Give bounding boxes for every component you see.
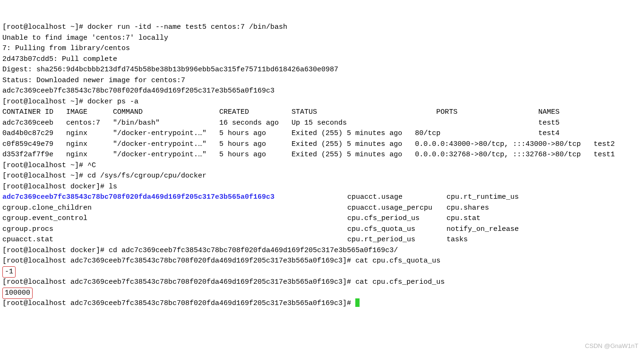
ls-directory-link: adc7c369ceeb7fc38543c78bc708f020fda469d1… (2, 192, 347, 203)
ls-file: cgroup.event_control (2, 213, 347, 224)
ls-file: cpu.rt_period_us (347, 235, 447, 246)
ls-file: cpu.cfs_quota_us (347, 224, 447, 235)
output-pull-from: 7: Pulling from library/centos (2, 44, 130, 52)
ls-output: adc7c369ceeb7fc38543c78bc708f020fda469d1… (2, 192, 519, 246)
command-ctrl-c: ^C (87, 161, 96, 170)
command-cd-cgroup: cd /sys/fs/cgroup/cpu/docker (87, 172, 206, 180)
cursor-icon[interactable] (355, 298, 360, 307)
ps-row: d353f2af7f9e nginx "/docker-entrypoint.…… (2, 151, 615, 159)
prompt: [root@localhost adc7c369ceeb7fc38543c78b… (2, 299, 355, 307)
ls-file: cpuacct.usage (347, 192, 447, 203)
prompt: [root@localhost docker]# (2, 246, 109, 254)
ls-file: tasks (447, 235, 468, 246)
command-cd-container: cd adc7c369ceeb7fc38543c78bc708f020fda46… (109, 246, 398, 254)
ls-file: cpu.shares (447, 203, 489, 214)
highlighted-value-period: 100000 (2, 288, 33, 299)
prompt: [root@localhost ~]# (2, 172, 87, 180)
prompt: [root@localhost ~]# (2, 98, 87, 106)
command-docker-run: docker run -itd --name test5 centos:7 /b… (87, 23, 287, 31)
prompt: [root@localhost ~]# (2, 161, 87, 170)
ls-file: cgroup.clone_children (2, 203, 347, 214)
command-docker-ps: docker ps -a (87, 98, 138, 106)
ps-header: CONTAINER ID IMAGE COMMAND CREATED STATU… (2, 108, 559, 116)
ls-file: cpu.cfs_period_us (347, 213, 447, 224)
prompt: [root@localhost ~]# (2, 23, 87, 31)
command-cat-period: cat cpu.cfs_period_us (355, 278, 445, 286)
terminal-output[interactable]: [root@localhost ~]# docker run -itd --na… (2, 22, 642, 309)
ls-file: notify_on_release (447, 224, 519, 235)
command-cat-quota: cat cpu.cfs_quota_us (355, 257, 440, 265)
prompt: [root@localhost docker]# (2, 183, 109, 191)
ls-file: cpu.rt_runtime_us (447, 192, 519, 203)
output-no-image: Unable to find image 'centos:7' locally (2, 34, 168, 42)
ls-file: cpu.stat (447, 213, 481, 224)
command-ls: ls (109, 183, 117, 191)
output-pull-layer: 2d473b07cdd5: Pull complete (2, 55, 117, 63)
output-digest: Digest: sha256:9d4bcbbb213dfd745b58be38b… (2, 66, 338, 74)
ls-file: cgroup.procs (2, 224, 347, 235)
output-status: Status: Downloaded newer image for cento… (2, 76, 185, 85)
ps-row: 0ad4b0c87c29 nginx "/docker-entrypoint.…… (2, 129, 559, 137)
watermark-text: CSDN @GnaW1nT (585, 341, 638, 352)
ls-file: cpuacct.stat (2, 235, 347, 246)
highlighted-value-quota: -1 (2, 266, 16, 278)
ps-row: adc7c369ceeb centos:7 "/bin/bash" 16 sec… (2, 119, 559, 127)
prompt: [root@localhost adc7c369ceeb7fc38543c78b… (2, 257, 355, 265)
output-container-id: adc7c369ceeb7fc38543c78bc708f020fda469d1… (2, 87, 275, 95)
prompt: [root@localhost adc7c369ceeb7fc38543c78b… (2, 278, 355, 286)
ls-file: cpuacct.usage_percpu (347, 203, 447, 214)
ps-row: c0f859c49e79 nginx "/docker-entrypoint.…… (2, 140, 615, 148)
